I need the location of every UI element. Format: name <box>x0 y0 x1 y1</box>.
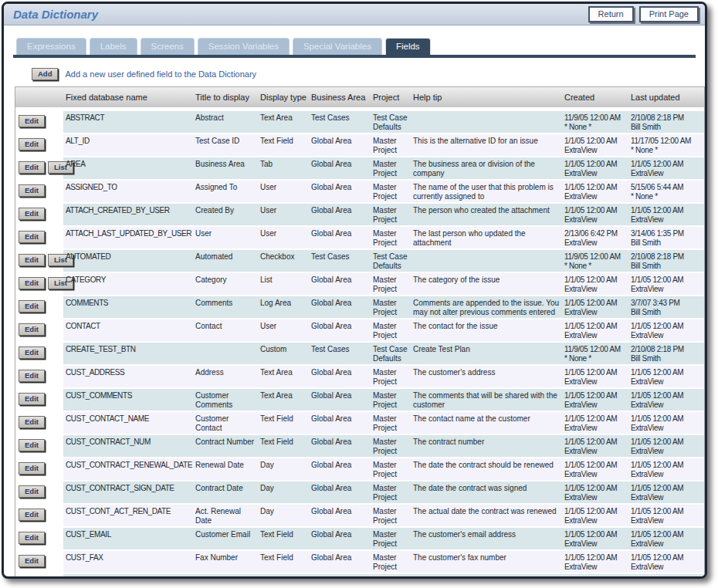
cell-project: Master Project <box>371 366 411 389</box>
edit-button[interactable]: Edit <box>19 416 45 428</box>
tab-special-variables[interactable]: Special Variables <box>293 38 382 55</box>
cell-updated-line: 1/1/05 12:00 AM <box>631 576 683 579</box>
edit-button[interactable]: Edit <box>19 231 45 243</box>
cell-updated: 3/7/07 3:43 PMBill Smith <box>628 296 704 319</box>
edit-button[interactable]: Edit <box>19 439 45 451</box>
titlebar-buttons: Return Print Page <box>588 6 699 22</box>
cell-updated-line: ExtraView <box>631 424 663 432</box>
cell-created-line: 1/1/05 12:00 AM <box>564 438 617 446</box>
cell-type: User <box>258 227 309 250</box>
cell-updated: 1/1/05 12:00 AMExtraView <box>628 412 704 435</box>
edit-button[interactable]: Edit <box>19 323 45 336</box>
cell-updated-line: ExtraView <box>631 169 663 177</box>
list-button[interactable]: List <box>48 578 73 579</box>
edit-button[interactable]: Edit <box>19 532 45 544</box>
edit-button[interactable]: Edit <box>19 254 45 266</box>
cell-updated-line: ExtraView <box>631 563 663 571</box>
cell-title: Business Area <box>193 157 258 181</box>
edit-button[interactable]: Edit <box>19 208 45 220</box>
cell-updated: 1/1/05 12:00 AMExtraView <box>628 319 704 343</box>
cell-created-line: 1/1/05 12:00 AM <box>564 461 617 469</box>
cell-updated: 1/1/05 12:00 AMExtraView <box>628 204 704 227</box>
cell-created-line: ExtraView <box>564 308 597 316</box>
cell-help: The customer's fax number <box>411 551 562 574</box>
cell-project: Master Project <box>371 435 411 458</box>
cell-updated-line: 1/1/05 12:00 AM <box>631 553 683 562</box>
cell-created-line: 1/1/05 12:00 AM <box>564 137 617 145</box>
cell-name: COMMENTS <box>63 296 193 319</box>
edit-button[interactable]: Edit <box>19 184 45 197</box>
cell-updated-line: 2/10/08 2:18 PM <box>631 252 684 261</box>
table-row: EditATTACH_CREATED_BY_USERCreated ByUser… <box>15 204 704 227</box>
cell-area: Global Area <box>309 273 371 296</box>
cell-help: The contact name at the customer <box>411 412 562 435</box>
cell-name: CUST_CONTACT_NAME <box>63 412 193 435</box>
cell-title: Contract Date <box>193 482 258 505</box>
edit-button[interactable]: Edit <box>19 138 45 150</box>
column-header-area: Business Area <box>309 87 371 111</box>
edit-button[interactable]: Edit <box>19 346 45 359</box>
edit-button[interactable]: Edit <box>19 393 45 405</box>
cell-created-line: 11/9/05 12:00 AM <box>564 345 621 353</box>
cell-created-line: 1/1/05 12:00 AM <box>564 368 617 377</box>
cell-title: Customer Comments <box>193 389 258 412</box>
cell-type: Custom <box>258 343 309 366</box>
cell-updated: 1/1/05 12:00 AMExtraView <box>628 574 704 579</box>
edit-button[interactable]: Edit <box>19 370 45 382</box>
cell-created: 1/1/05 12:00 AMExtraView <box>562 157 628 181</box>
add-button[interactable]: Add <box>32 68 58 80</box>
cell-created-line: ExtraView <box>564 563 597 571</box>
cell-name: CONTACT <box>63 319 193 343</box>
tab-labels[interactable]: Labels <box>90 38 137 55</box>
cell-created: 1/1/05 12:00 AMExtraView <box>562 366 628 389</box>
edit-button[interactable]: Edit <box>19 555 45 567</box>
tab-screens[interactable]: Screens <box>141 38 195 55</box>
cell-created-line: 1/1/05 12:00 AM <box>564 414 617 423</box>
cell-title: Comments <box>193 296 258 319</box>
cell-updated: 1/1/05 12:00 AMExtraView <box>628 273 704 296</box>
cell-name: CUST_ADDRESS <box>63 366 193 389</box>
cell-updated-line: * None * <box>631 192 658 201</box>
cell-help <box>411 250 562 273</box>
cell-type: Day <box>258 505 309 528</box>
tab-expressions[interactable]: Expressions <box>16 38 86 55</box>
cell-name: CUST_FAX <box>63 551 193 574</box>
edit-button[interactable]: Edit <box>19 462 45 475</box>
cell-updated-line: 11/17/05 12:00 AM <box>631 137 691 145</box>
cell-created-line: ExtraView <box>564 400 597 409</box>
tab-fields[interactable]: Fields <box>385 38 431 55</box>
edit-button[interactable]: Edit <box>19 115 45 127</box>
cell-updated-line: 1/1/05 12:00 AM <box>631 391 683 400</box>
cell-help: The person who created the attachment <box>411 204 562 227</box>
cell-project: Master Project <box>371 412 411 435</box>
cell-project: Master Project <box>371 389 411 412</box>
cell-created-line: ExtraView <box>564 493 597 502</box>
cell-area: Global Area <box>309 157 371 181</box>
print-page-button[interactable]: Print Page <box>639 6 699 22</box>
cell-type: Day <box>258 482 309 505</box>
table-row: EditCUST_EMAILCustomer EmailText FieldGl… <box>15 528 704 551</box>
cell-updated: 1/1/05 12:00 AMExtraView <box>628 482 704 505</box>
edit-button[interactable]: Edit <box>19 277 45 289</box>
edit-button[interactable]: Edit <box>19 161 45 174</box>
cell-updated-line: ExtraView <box>631 493 663 502</box>
edit-button[interactable]: Edit <box>19 485 45 498</box>
table-row: EditALT_IDTest Case IDText FieldGlobal A… <box>15 134 704 157</box>
cell-type: Text Field <box>258 412 309 435</box>
cell-created-line: ExtraView <box>564 331 597 340</box>
table-row: EditListCATEGORYCategoryListGlobal AreaM… <box>15 273 704 296</box>
cell-created-line: ExtraView <box>564 516 597 525</box>
cell-type: Text Field <box>258 435 309 458</box>
cell-updated-line: 1/1/05 12:00 AM <box>631 484 683 492</box>
edit-button[interactable]: Edit <box>19 300 45 313</box>
edit-button[interactable]: Edit <box>19 578 45 579</box>
tab-session-variables[interactable]: Session Variables <box>198 38 290 55</box>
cell-name: ATTACH_LAST_UPDATED_BY_USER <box>63 227 193 250</box>
cell-name: ASSIGNED_TO <box>63 181 193 204</box>
return-button[interactable]: Return <box>588 6 634 22</box>
cell-title: Renewal Date <box>193 458 258 482</box>
cell-title: Created By <box>193 204 258 227</box>
row-actions: Edit <box>15 319 63 343</box>
row-actions: Edit <box>15 227 63 250</box>
edit-button[interactable]: Edit <box>19 509 45 521</box>
